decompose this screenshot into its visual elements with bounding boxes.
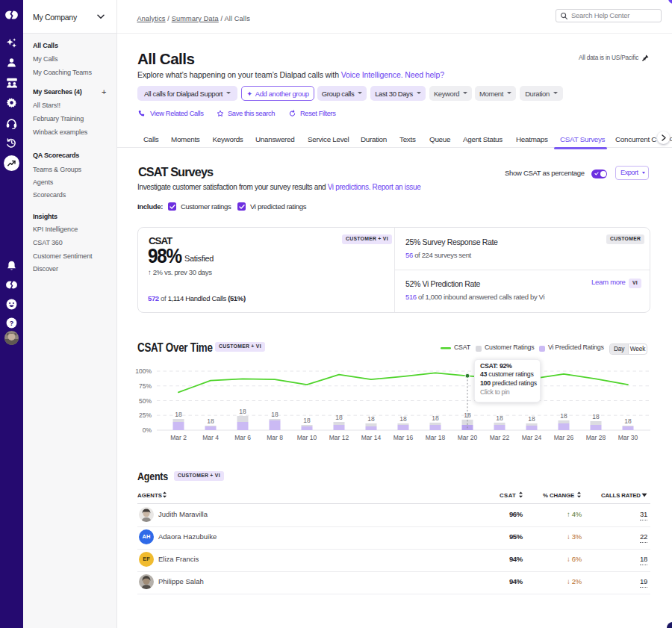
svg-text:18: 18 [432, 414, 439, 422]
svg-text:Mar 4: Mar 4 [202, 434, 219, 441]
svg-text:Mar 28: Mar 28 [586, 434, 606, 441]
svg-text:18: 18 [271, 411, 279, 418]
svg-text:25%: 25% [139, 411, 152, 419]
svg-text:18: 18 [592, 413, 600, 420]
svg-text:18: 18 [335, 414, 343, 421]
svg-text:18: 18 [303, 417, 311, 424]
svg-text:18: 18 [367, 415, 375, 423]
svg-text:18: 18 [528, 415, 535, 423]
svg-text:50%: 50% [139, 397, 152, 405]
svg-text:?: ? [10, 320, 14, 327]
svg-text:0%: 0% [143, 426, 152, 434]
svg-text:Mar 30: Mar 30 [618, 434, 638, 441]
svg-text:Mar 20: Mar 20 [458, 434, 478, 441]
svg-text:Mar 22: Mar 22 [490, 434, 510, 441]
svg-text:75%: 75% [139, 382, 152, 390]
svg-text:Mar 18: Mar 18 [426, 434, 446, 441]
svg-text:18: 18 [207, 417, 214, 425]
svg-text:Mar 16: Mar 16 [393, 434, 414, 441]
svg-text:Mar 10: Mar 10 [297, 434, 317, 441]
svg-text:18: 18 [496, 414, 503, 422]
svg-text:100%: 100% [135, 367, 152, 375]
svg-text:Mar 8: Mar 8 [267, 434, 283, 441]
svg-text:Mar 26: Mar 26 [554, 434, 574, 441]
svg-text:18: 18 [624, 417, 632, 425]
svg-text:18: 18 [399, 415, 407, 423]
svg-text:18: 18 [239, 408, 246, 415]
svg-text:Mar 6: Mar 6 [234, 434, 251, 441]
svg-text:18: 18 [560, 412, 567, 420]
svg-text:Mar 12: Mar 12 [329, 434, 349, 441]
svg-text:18: 18 [175, 411, 182, 418]
svg-text:Mar 24: Mar 24 [522, 434, 542, 441]
svg-text:Mar 2: Mar 2 [170, 434, 187, 441]
svg-text:Mar 14: Mar 14 [361, 434, 382, 441]
